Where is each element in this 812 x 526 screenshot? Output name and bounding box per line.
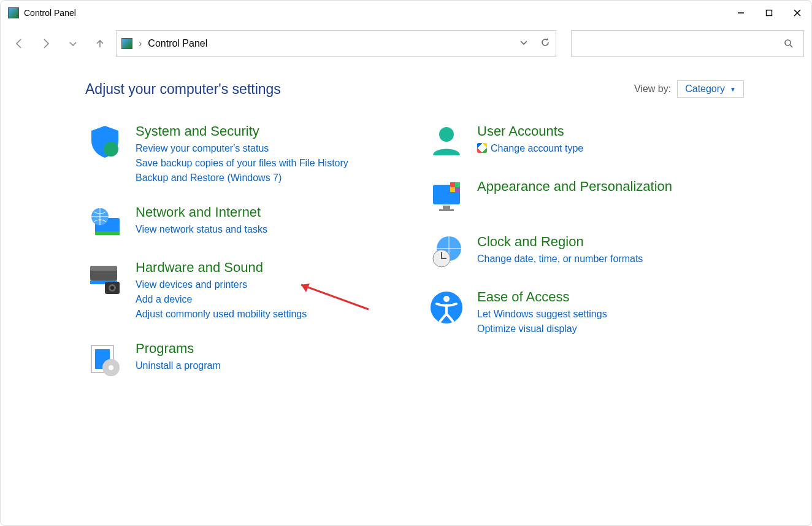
category-network-internet: Network and Internet View network status… (85, 203, 402, 242)
category-link[interactable]: Add a device (136, 294, 307, 305)
shield-icon (85, 122, 124, 161)
category-programs: Programs Uninstall a program (85, 339, 402, 379)
svg-rect-24 (450, 182, 455, 187)
category-title[interactable]: Appearance and Personalization (477, 179, 672, 195)
globe-monitor-icon (85, 203, 124, 242)
svg-rect-1 (767, 10, 772, 16)
category-link[interactable]: Review your computer's status (136, 143, 348, 154)
control-panel-icon (8, 7, 19, 18)
category-link[interactable]: Change account type (477, 143, 583, 154)
category-link[interactable]: Backup and Restore (Windows 7) (136, 172, 348, 184)
svg-point-31 (443, 296, 450, 302)
clock-globe-icon (427, 233, 466, 272)
category-title[interactable]: Hardware and Sound (136, 260, 307, 276)
history-dropdown[interactable] (62, 33, 84, 55)
search-icon (784, 39, 794, 48)
breadcrumb[interactable]: Control Panel (148, 38, 207, 49)
category-title[interactable]: Network and Internet (136, 204, 267, 220)
titlebar: Control Panel (1, 1, 811, 25)
svg-point-6 (104, 142, 118, 157)
category-hardware-sound: Hardware and Sound View devices and prin… (85, 258, 402, 323)
breadcrumb-dropdown-icon[interactable] (519, 37, 529, 50)
svg-rect-23 (439, 209, 454, 211)
back-button[interactable] (8, 33, 30, 55)
chevron-down-icon: ▼ (730, 86, 736, 93)
programs-icon (85, 339, 124, 379)
viewby-label: View by: (634, 83, 671, 95)
svg-point-4 (785, 40, 791, 45)
category-ease-of-access: Ease of Access Let Windows suggest setti… (427, 288, 744, 338)
category-title[interactable]: User Accounts (477, 123, 583, 139)
category-user-accounts: User Accounts Change account type (427, 122, 744, 161)
user-icon (427, 122, 466, 161)
category-link[interactable]: View network status and tasks (136, 224, 267, 235)
nav-row: › Control Panel (1, 25, 811, 62)
category-appearance: Appearance and Personalization (427, 177, 744, 217)
search-input[interactable] (571, 30, 804, 57)
refresh-button[interactable] (540, 37, 551, 50)
category-title[interactable]: Programs (136, 341, 221, 357)
category-link[interactable]: Optimize visual display (477, 323, 607, 335)
viewby-select[interactable]: Category ▼ (677, 80, 744, 98)
svg-rect-25 (455, 182, 460, 187)
svg-point-20 (439, 127, 454, 142)
category-title[interactable]: Clock and Region (477, 234, 643, 250)
close-button[interactable] (783, 1, 811, 25)
up-button[interactable] (89, 33, 111, 55)
forward-button[interactable] (35, 33, 57, 55)
address-bar[interactable]: › Control Panel (116, 30, 556, 57)
category-title[interactable]: Ease of Access (477, 289, 607, 305)
window-title: Control Panel (24, 8, 76, 18)
svg-rect-11 (90, 266, 117, 271)
svg-rect-26 (450, 187, 455, 192)
page-heading: Adjust your computer's settings (85, 81, 281, 98)
category-link[interactable]: Change date, time, or number formats (477, 253, 643, 265)
category-title[interactable]: System and Security (136, 123, 348, 139)
category-link[interactable]: Save backup copies of your files with Fi… (136, 158, 348, 169)
svg-line-5 (790, 45, 792, 47)
svg-rect-8 (95, 231, 120, 235)
category-clock-region: Clock and Region Change date, time, or n… (427, 233, 744, 272)
svg-point-15 (110, 286, 114, 290)
category-system-security: System and Security Review your computer… (85, 122, 402, 187)
control-panel-icon (121, 38, 132, 49)
category-link[interactable]: Uninstall a program (136, 360, 221, 371)
svg-rect-22 (443, 206, 450, 209)
category-link[interactable]: Let Windows suggest settings (477, 309, 607, 320)
maximize-button[interactable] (755, 1, 783, 25)
printer-camera-icon (85, 258, 124, 298)
minimize-button[interactable] (727, 1, 755, 25)
accessibility-icon (427, 288, 466, 327)
category-link[interactable]: View devices and printers (136, 279, 307, 290)
monitor-icon (427, 177, 466, 217)
svg-rect-27 (455, 187, 460, 192)
category-link[interactable]: Adjust commonly used mobility settings (136, 309, 307, 320)
viewby-value: Category (685, 83, 725, 95)
svg-point-19 (109, 365, 113, 370)
